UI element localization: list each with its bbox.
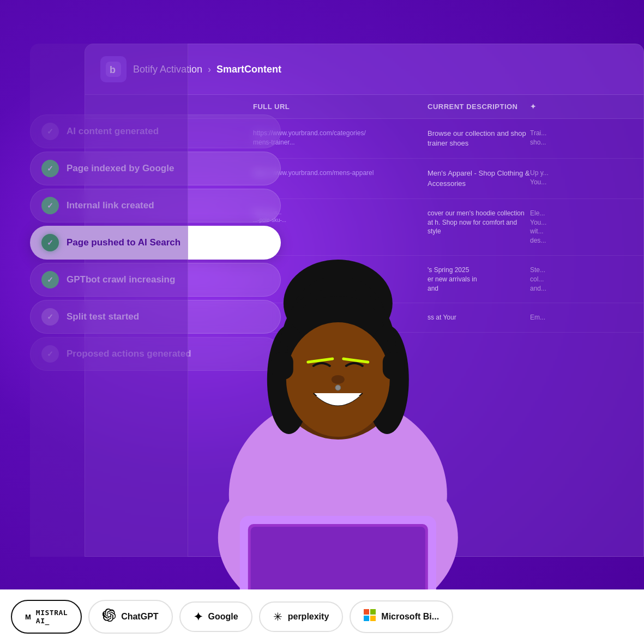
perplexity-label: perplexity (288, 612, 329, 622)
row5-new: Em... (530, 313, 628, 322)
col-header-new: ✦ (530, 103, 628, 111)
row4-new: Ste...col...and... (530, 266, 628, 293)
google-label: Google (208, 612, 238, 622)
svg-rect-20 (370, 609, 376, 615)
breadcrumb-separator: › (208, 64, 211, 75)
perplexity-logo-pill: ✳ perplexity (259, 601, 344, 632)
svg-point-11 (331, 375, 344, 384)
svg-point-14 (335, 385, 340, 390)
chatgpt-logo-pill: ChatGPT (88, 600, 172, 634)
chatgpt-icon (103, 609, 116, 625)
microsoft-label: Microsoft Bi... (381, 612, 439, 622)
logo-bar: M MISTRALAI_ ChatGPT ✦ Google ✳ perplexi… (0, 589, 644, 644)
mistral-label: MISTRALAI_ (36, 609, 68, 625)
col-header-description: Current Description (428, 103, 530, 111)
row1-description: Browse our collection and shop trainer s… (428, 129, 530, 148)
col-header-url: Full URL (253, 103, 428, 111)
svg-rect-22 (370, 616, 376, 621)
person-photo (207, 221, 468, 592)
row3-new: Ele...You...wit...des... (530, 209, 628, 245)
mistral-logo-pill: M MISTRALAI_ (11, 600, 82, 634)
chatgpt-label: ChatGPT (121, 612, 158, 622)
svg-rect-21 (364, 616, 369, 621)
breadcrumb-second: SmartContent (216, 64, 281, 75)
svg-rect-13 (382, 352, 404, 380)
person-svg (207, 221, 468, 592)
svg-rect-12 (271, 352, 293, 380)
mistral-icon: M (25, 613, 31, 621)
google-icon: ✦ (194, 610, 203, 623)
row1-new: Trai...sho... (530, 129, 628, 148)
row2-new: Up y...You... (530, 168, 628, 188)
microsoft-logo-pill: Microsoft Bi... (350, 600, 453, 633)
perplexity-icon: ✳ (273, 610, 282, 623)
svg-rect-17 (250, 527, 425, 592)
svg-rect-19 (364, 609, 369, 615)
google-logo-pill: ✦ Google (179, 601, 252, 632)
row2-description: Men's Apparel - Shop Clothing & Accessor… (428, 168, 530, 188)
left-panel-overlay (30, 44, 188, 557)
microsoft-icon (364, 609, 376, 624)
